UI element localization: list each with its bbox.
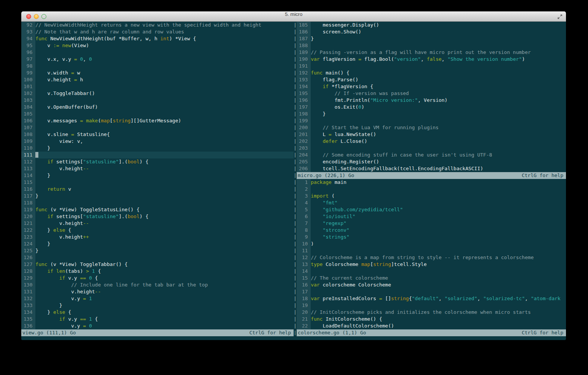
code-line[interactable]: | 16 var colorscheme Colorscheme: [294, 282, 566, 288]
code-line[interactable]: 93 // Note that w and h are raw column a…: [21, 28, 294, 35]
code-line[interactable]: 95 v := new(View): [21, 42, 294, 49]
code-line[interactable]: |194 if *flagVersion {: [294, 83, 566, 90]
code-line[interactable]: 131 v.height--: [21, 288, 294, 295]
code-line[interactable]: | 9 "strings": [294, 234, 566, 241]
code-line[interactable]: 99 v.width = w: [21, 70, 294, 76]
code-line[interactable]: 101: [21, 83, 294, 90]
code-line[interactable]: 115: [21, 179, 294, 186]
code-line[interactable]: 121 v.height--: [21, 220, 294, 227]
code-line[interactable]: |187 }: [294, 35, 566, 42]
code-line[interactable]: |196 fmt.Println("Micro version:", Versi…: [294, 97, 566, 104]
code-line[interactable]: |191: [294, 63, 566, 70]
code-line[interactable]: 117 }: [21, 193, 294, 199]
code-line[interactable]: | 10 ): [294, 241, 566, 247]
code-line[interactable]: 110 }: [21, 145, 294, 152]
pane-divider: |: [294, 289, 297, 294]
code-line[interactable]: 118: [21, 199, 294, 206]
code-line[interactable]: 102 v.ToggleTabbar(): [21, 90, 294, 97]
code-line[interactable]: |199: [294, 117, 566, 124]
code-line[interactable]: 132 v.y = 1: [21, 295, 294, 302]
code-line[interactable]: |202 defer L.Close(): [294, 138, 566, 145]
code-line[interactable]: 104 v.OpenBuffer(buf): [21, 104, 294, 111]
code-token: var: [311, 282, 319, 288]
code-line[interactable]: |205 encoding.Register(): [294, 158, 566, 165]
code-line[interactable]: 124 }: [21, 241, 294, 247]
code-line[interactable]: |201 L = lua.NewState(): [294, 131, 566, 138]
code-line[interactable]: 105: [21, 111, 294, 117]
code-lines-view-go: 92 // NewViewWidthHeight returns a new v…: [21, 22, 294, 329]
code-line[interactable]: | 4 "fmt": [294, 199, 566, 206]
code-line[interactable]: 113 v.height--: [21, 165, 294, 172]
code-line[interactable]: | 13 type Colorscheme map[string]tcell.S…: [294, 261, 566, 268]
code-line[interactable]: |186 screen.Show(): [294, 28, 566, 35]
code-line[interactable]: 111: [21, 152, 294, 158]
code-line[interactable]: 100 v.height = h: [21, 76, 294, 83]
code-line[interactable]: |197 os.Exit(0): [294, 104, 566, 111]
code-line[interactable]: 125 }: [21, 247, 294, 254]
code-line[interactable]: 135 if v.y == 1 {: [21, 316, 294, 323]
code-line[interactable]: 129 if v.y == 0 {: [21, 275, 294, 282]
code-line[interactable]: 136 v.y = 0: [21, 323, 294, 329]
code-token: settings[: [53, 159, 83, 165]
code-line[interactable]: 133 }: [21, 302, 294, 309]
code-line[interactable]: | 21 func InitColorscheme() {: [294, 316, 566, 323]
code-token: 0: [89, 275, 92, 281]
code-line[interactable]: 109 view: v,: [21, 138, 294, 145]
code-line[interactable]: 107: [21, 124, 294, 131]
code-token: ): [311, 241, 314, 247]
code-line[interactable]: | 2: [294, 186, 566, 193]
code-line[interactable]: | 6 "io/ioutil": [294, 213, 566, 220]
code-line[interactable]: | 14: [294, 268, 566, 275]
code-line[interactable]: 123 v.height++: [21, 234, 294, 241]
code-line[interactable]: | 20 // InitColorscheme picks and initia…: [294, 309, 566, 316]
code-line[interactable]: | 1 package main: [294, 179, 566, 186]
code-line[interactable]: 114 }: [21, 172, 294, 179]
code-line[interactable]: | 19: [294, 302, 566, 309]
code-line[interactable]: |189 // Passing -version as a flag will …: [294, 49, 566, 56]
code-line[interactable]: 127 func (v *View) ToggleTabbar() {: [21, 261, 294, 268]
code-line[interactable]: 128 if len(tabs) > 1 {: [21, 268, 294, 275]
code-line[interactable]: |198 }: [294, 111, 566, 117]
line-number: 15: [297, 275, 311, 282]
code-line[interactable]: 126: [21, 254, 294, 261]
code-line[interactable]: |185 messenger.Display(): [294, 22, 566, 28]
code-line[interactable]: |195 // If -version was passed: [294, 90, 566, 97]
code-line[interactable]: 130 // Include one line for the tab bar …: [21, 282, 294, 288]
code-line[interactable]: 98: [21, 63, 294, 70]
code-line[interactable]: | 11: [294, 247, 566, 254]
code-line[interactable]: | 22 LoadDefaultColorscheme(): [294, 323, 566, 329]
code-line[interactable]: |188: [294, 42, 566, 49]
code-line[interactable]: | 17: [294, 288, 566, 295]
code-line[interactable]: 97 v.x, v.y = 0, 0: [21, 56, 294, 63]
code-line[interactable]: 122 } else {: [21, 227, 294, 234]
code-line[interactable]: | 15 // The current colorscheme: [294, 275, 566, 282]
titlebar[interactable]: 5. micro: [21, 11, 566, 22]
code-line[interactable]: 120 if settings["statusline"].(bool) {: [21, 213, 294, 220]
code-line[interactable]: |206 tcell.SetEncodingFallback(tcell.Enc…: [294, 165, 566, 172]
code-line[interactable]: 92 // NewViewWidthHeight returns a new v…: [21, 22, 294, 28]
code-line[interactable]: 134 } else {: [21, 309, 294, 316]
code-line[interactable]: |200 // Start the Lua VM for running plu…: [294, 124, 566, 131]
code-line[interactable]: 116 return v: [21, 186, 294, 193]
code-line[interactable]: |190 var flagVersion = flag.Bool("versio…: [294, 56, 566, 63]
code-line[interactable]: | 5 "github.com/zyedidia/tcell": [294, 206, 566, 213]
code-text: fmt.Println("Micro version:", Version): [311, 97, 447, 103]
statusbar-file-info: view.go (111,1) Go: [21, 329, 249, 336]
code-line[interactable]: |193 flag.Parse(): [294, 76, 566, 83]
code-line[interactable]: |204 // Some encoding stuff in case the …: [294, 152, 566, 158]
code-line[interactable]: | 3 import (: [294, 193, 566, 199]
code-line[interactable]: |203: [294, 145, 566, 152]
code-line[interactable]: 96: [21, 49, 294, 56]
code-line[interactable]: | 18 var preInstalledColors = []string{"…: [294, 295, 566, 302]
code-line[interactable]: | 8 "strconv": [294, 227, 566, 234]
code-line[interactable]: 112 if settings["statusline"].(bool) {: [21, 158, 294, 165]
code-line[interactable]: |192 func main() {: [294, 70, 566, 76]
code-line[interactable]: | 7 "regexp": [294, 220, 566, 227]
code-line[interactable]: | 12 // Colorscheme is a map from string…: [294, 254, 566, 261]
code-line[interactable]: 119 func (v *View) ToggleStatusLine() {: [21, 206, 294, 213]
code-line[interactable]: 106 v.messages = make(map[string][]Gutte…: [21, 117, 294, 124]
code-line[interactable]: 103: [21, 97, 294, 104]
code-line[interactable]: 94 func NewViewWidthHeight(buf *Buffer, …: [21, 35, 294, 42]
expand-arrows-icon[interactable]: [557, 14, 563, 19]
code-line[interactable]: 108 v.sline = Statusline{: [21, 131, 294, 138]
